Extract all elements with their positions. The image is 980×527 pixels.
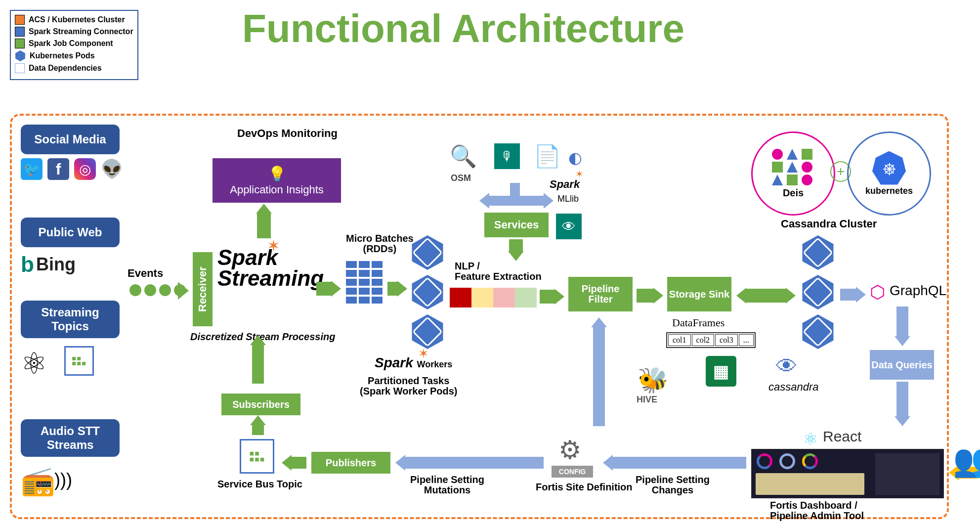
page-title: Functional Architecture [242, 6, 684, 51]
arrow-spark-to-appinsights [257, 214, 271, 238]
social-icons: 🐦 f ◎ 👽 [21, 158, 123, 180]
source-streaming-topics: Streaming Topics [21, 301, 120, 338]
events-label: Events [128, 267, 163, 280]
speech-to-text-icon: 🎙 [494, 143, 520, 169]
radio-waves-icon: ))) [54, 470, 72, 490]
pipeline-filter-box: Pipeline Filter [568, 277, 633, 311]
radio-icon: 📻 [21, 465, 55, 497]
dataframes-table: col1col2col3... [666, 332, 756, 348]
arrow-nlp-to-filter [540, 290, 554, 304]
kubernetes-logo: kubernetes [847, 132, 931, 216]
config-label: CONFIG [552, 466, 593, 478]
document-icon: 📄 [534, 143, 561, 169]
users-icon: 👥 [953, 442, 980, 479]
deis-logo: Deis [751, 132, 835, 216]
twitter-icon: 🐦 [21, 158, 43, 180]
event-dots [129, 284, 186, 296]
spark-mllib-label-1: Spark [550, 178, 580, 191]
spark-streaming-label: SparkStreaming [217, 247, 324, 289]
arrow-cassandra-to-graphql [840, 289, 856, 301]
source-audio-stt: Audio STT Streams [21, 419, 120, 457]
source-social-media: Social Media [21, 125, 120, 154]
reddit-icon: 👽 [101, 158, 123, 180]
fortis-dashboard-label: Fortis Dashboard /Pipeline Admin Tool [770, 500, 864, 521]
legend-swatch-job [15, 39, 25, 48]
fortis-dashboard-preview [751, 449, 944, 498]
nlp-feature-extraction-label: NLP /Feature Extraction [455, 261, 542, 282]
config-gear-icon: ⚙ [558, 435, 582, 465]
dataframes-label: DataFrames [672, 316, 724, 329]
devops-monitoring-label: DevOps Monitoring [237, 128, 338, 139]
service-bus-topic-icon: ▪▪▪▪▪ [240, 439, 274, 474]
services-box: Services [484, 213, 549, 237]
legend-swatch-pods [15, 50, 26, 61]
arrow-services-to-nlp [509, 239, 523, 251]
legend-swatch-acs [15, 15, 25, 25]
rdd-grid-icon [346, 261, 383, 304]
graphql-icon: ⬡ [870, 282, 885, 303]
arrow-dashboard-to-config [613, 457, 746, 469]
legend-swatch-connector [15, 27, 25, 37]
micro-batches-label: Micro Batches(RDDs) [346, 233, 414, 254]
pipeline-setting-mutations-label: Pipeline SettingMutations [410, 475, 484, 495]
cassandra-label: cassandra [768, 381, 819, 394]
data-queries-box: Data Queries [870, 350, 934, 380]
arrow-subscribers-to-spark [252, 345, 264, 384]
application-insights-box: 💡 Application Insights [213, 158, 341, 203]
hive-icon: 🐝 [638, 366, 668, 395]
react-label: React [823, 428, 861, 445]
publishers-box: Publishers [311, 452, 390, 474]
kubernetes-wheel-icon [872, 151, 906, 185]
subscribers-box: Subscribers [221, 394, 300, 415]
legend-label-connector: Spark Streaming Connector [29, 27, 133, 36]
arrow-sink-to-cassandra [746, 289, 786, 303]
hive-label: HIVE [637, 395, 657, 405]
service-bus-topic-label: Service Bus Topic [217, 479, 302, 490]
topic-icon: ▪▪▪▪▪ [64, 346, 94, 376]
graphql-label: GraphQL [890, 283, 946, 299]
spreadsheet-icon: ▦ [706, 356, 736, 387]
spark-mllib-label-2: MLlib [557, 194, 579, 204]
arrow-spark-to-rdds [316, 282, 331, 296]
arrow-rdds-to-pods [387, 282, 397, 296]
lightbulb-icon: 💡 [268, 165, 286, 182]
receiver-box: Receiver [193, 252, 213, 326]
arrow-filter-to-sink [637, 289, 653, 303]
vision-icon: 👁 [556, 214, 582, 239]
legend-label-deps: Data Dependencies [29, 64, 102, 73]
osm-search-icon: 🔍 [450, 143, 477, 169]
arrow-sbt-to-subscribers [252, 425, 264, 435]
arrow-config-to-publishers [405, 457, 544, 469]
legend-swatch-deps [15, 63, 25, 73]
arrow-graphql-to-dataqueries [896, 307, 908, 336]
fortis-site-definition-label: Fortis Site Definition [536, 482, 633, 493]
arrow-services-vertical [510, 183, 520, 196]
gauge-icon: ◐ [568, 148, 582, 167]
pipeline-setting-changes-label: Pipeline SettingChanges [636, 475, 710, 495]
storage-sink-box: Storage Sink [667, 277, 731, 311]
osm-label: OSM [451, 173, 471, 183]
partitioned-tasks-label: Partitioned Tasks(Spark Worker Pods) [360, 376, 457, 396]
spark-workers-label: Spark Workers [375, 355, 452, 371]
facebook-icon: f [47, 158, 69, 180]
kafka-icon: ⚛ [21, 346, 47, 381]
legend-label-pods: Kubernetes Pods [30, 51, 95, 60]
react-icon: ⚛ [803, 429, 818, 449]
bing-logo: bBing [21, 252, 76, 277]
arrow-config-to-filter [593, 327, 605, 426]
arrow-publishers-to-sbt [292, 457, 306, 469]
legend-label-job: Spark Job Component [29, 39, 113, 48]
cassandra-eye-icon: 👁 [776, 354, 798, 379]
cassandra-cluster-label: Cassandra Cluster [781, 218, 877, 230]
source-public-web: Public Web [21, 218, 120, 247]
nlp-row-icon [450, 288, 537, 307]
arrow-dataqueries-to-dashboard [896, 382, 908, 416]
instagram-icon: ◎ [74, 158, 96, 180]
legend-label-acs: ACS / Kubernetes Cluster [29, 15, 125, 24]
arrow-services-to-deps [489, 196, 544, 206]
legend: ACS / Kubernetes Cluster Spark Streaming… [10, 10, 138, 80]
events-arrowhead [178, 282, 189, 300]
